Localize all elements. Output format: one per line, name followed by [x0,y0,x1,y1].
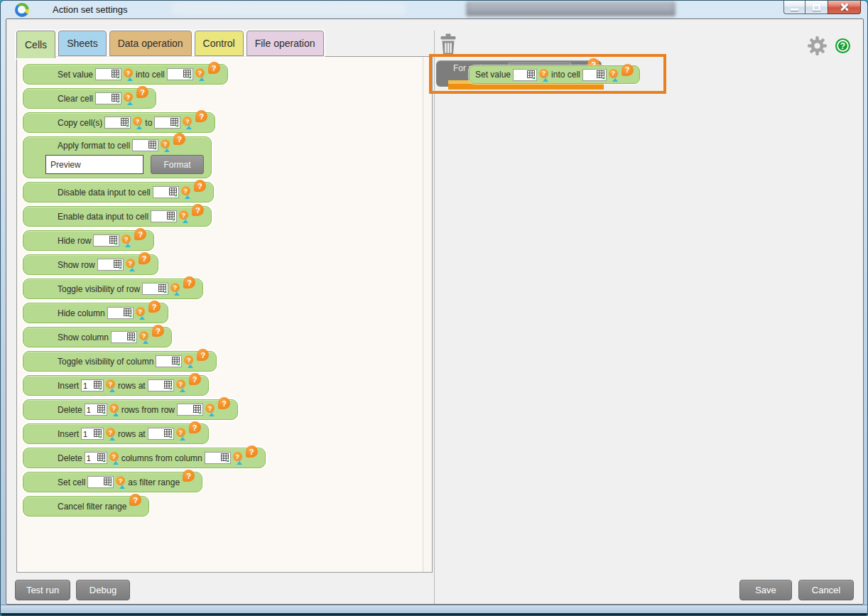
cell-picker-field[interactable] [111,331,137,343]
question-badge-icon[interactable]: ? [152,325,164,337]
question-badge-icon[interactable]: ? [173,133,185,145]
cell-picker-field[interactable] [97,259,124,271]
palette-block[interactable]: Disable data input to cell?? [23,182,214,202]
question-badge-icon[interactable]: ? [148,301,161,313]
help-icon-button[interactable]: ? [835,38,850,53]
question-badge-icon[interactable]: ? [208,62,220,74]
cell-picker-field[interactable] [177,404,203,416]
cell-picker-field[interactable]: 1 [85,404,107,416]
question-badge-icon[interactable]: ? [129,494,141,506]
palette-block[interactable]: Cancel filter range? [23,496,149,517]
palette-block[interactable]: Insert1?rows at?? [23,375,209,396]
dragged-set-value-block[interactable]: Set value?into cell?? [469,65,640,84]
question-badge-icon[interactable]: ? [246,445,258,458]
help-icon[interactable]: ? [184,355,194,368]
palette-block[interactable]: Show column?? [23,327,172,347]
help-icon[interactable]: ? [139,330,149,344]
cell-picker-field[interactable] [148,379,174,391]
help-icon[interactable]: ? [170,282,180,296]
test-run-button[interactable]: Test run [15,580,70,600]
tab-file-operation[interactable]: File operation [246,31,324,56]
cell-picker-field[interactable]: 1 [85,452,107,464]
palette-block[interactable]: Copy cell(s)?to?? [23,112,215,133]
cell-picker-field[interactable]: 1 [81,379,104,391]
help-icon[interactable]: ? [136,306,146,320]
help-icon[interactable]: ? [133,116,143,129]
cell-picker-field[interactable]: 1 [81,428,104,440]
help-icon[interactable]: ? [176,427,186,441]
palette-scrollbar[interactable] [423,57,432,572]
tab-sheets[interactable]: Sheets [58,31,107,56]
help-icon[interactable]: ? [106,427,116,441]
tab-cells[interactable]: Cells [16,31,55,58]
help-icon[interactable]: ? [124,92,134,105]
question-badge-icon[interactable]: ? [139,252,151,264]
panel-divider[interactable] [434,31,435,604]
palette-block[interactable]: Apply format to cell??PreviewFormat [23,136,212,178]
help-icon[interactable]: ? [121,234,131,247]
palette-block[interactable]: Set value?into cell?? [23,64,228,85]
tab-data-operation[interactable]: Data operation [109,31,192,56]
palette-block[interactable]: Delete1?rows from row?? [23,399,238,420]
question-badge-icon[interactable]: ? [189,421,201,433]
help-icon[interactable]: ? [109,451,119,465]
palette-block[interactable]: Toggle visibility of row?? [23,279,203,299]
help-icon[interactable]: ? [176,379,186,392]
palette-block[interactable]: Insert1?rows at?? [23,423,209,444]
help-icon[interactable]: ? [161,139,170,152]
palette-block[interactable]: Show row?? [23,254,158,275]
palette-block[interactable]: Hide column?? [23,303,168,323]
cell-picker-field[interactable] [104,117,131,129]
question-badge-icon[interactable]: ? [136,86,148,98]
cell-picker-field[interactable] [87,476,114,488]
help-icon[interactable]: ? [126,258,136,271]
minimize-button[interactable] [783,1,805,14]
cell-picker-field[interactable] [167,68,193,80]
format-button[interactable]: Format [151,155,204,174]
palette-block[interactable]: Enable data input to cell?? [23,206,212,227]
help-icon[interactable]: ? [233,451,243,465]
palette-block[interactable]: Delete1?columns from column?? [23,448,266,468]
tab-control[interactable]: Control [195,31,244,56]
maximize-button[interactable] [805,1,828,14]
question-badge-icon[interactable]: ? [192,204,204,216]
help-icon[interactable]: ? [109,403,119,416]
help-icon[interactable]: ? [181,185,191,199]
help-icon[interactable]: ? [205,403,215,416]
title-bar[interactable]: Action set settings [1,1,867,19]
help-icon[interactable]: ? [116,475,126,489]
cell-picker-field[interactable] [205,452,231,464]
question-badge-icon[interactable]: ? [183,276,195,288]
cell-picker-field[interactable] [513,69,537,81]
close-button[interactable] [828,1,861,14]
cell-picker-field[interactable] [107,307,134,319]
cell-picker-field[interactable] [95,68,121,80]
save-button[interactable]: Save [739,580,792,600]
question-badge-icon[interactable]: ? [195,110,207,122]
question-badge-icon[interactable]: ? [189,373,201,385]
cell-picker-field[interactable] [148,428,174,440]
help-icon[interactable]: ? [609,68,619,82]
trash-icon[interactable] [438,33,458,56]
question-badge-icon[interactable]: ? [197,349,209,361]
cancel-button[interactable]: Cancel [798,580,854,600]
help-icon[interactable]: ? [539,68,549,82]
cell-picker-field[interactable] [142,283,168,295]
debug-button[interactable]: Debug [76,580,130,600]
cell-picker-field[interactable] [151,210,177,222]
cell-picker-field[interactable] [95,92,121,104]
question-badge-icon[interactable]: ? [183,470,195,482]
question-badge-icon[interactable]: ? [218,397,230,409]
palette-block[interactable]: Clear cell?? [23,88,156,109]
help-icon[interactable]: ? [183,116,192,129]
palette-block[interactable]: Hide row?? [23,230,154,251]
question-badge-icon[interactable]: ? [134,228,146,240]
help-icon[interactable]: ? [179,210,189,223]
cell-picker-field[interactable] [582,69,607,81]
help-icon[interactable]: ? [195,67,205,81]
cell-picker-field[interactable] [156,355,182,367]
question-badge-icon[interactable]: ? [194,180,206,192]
settings-gear-icon[interactable] [808,36,827,55]
palette-block[interactable]: Toggle visibility of column?? [23,351,217,372]
palette-block[interactable]: Set cell?as filter range? [23,472,202,492]
